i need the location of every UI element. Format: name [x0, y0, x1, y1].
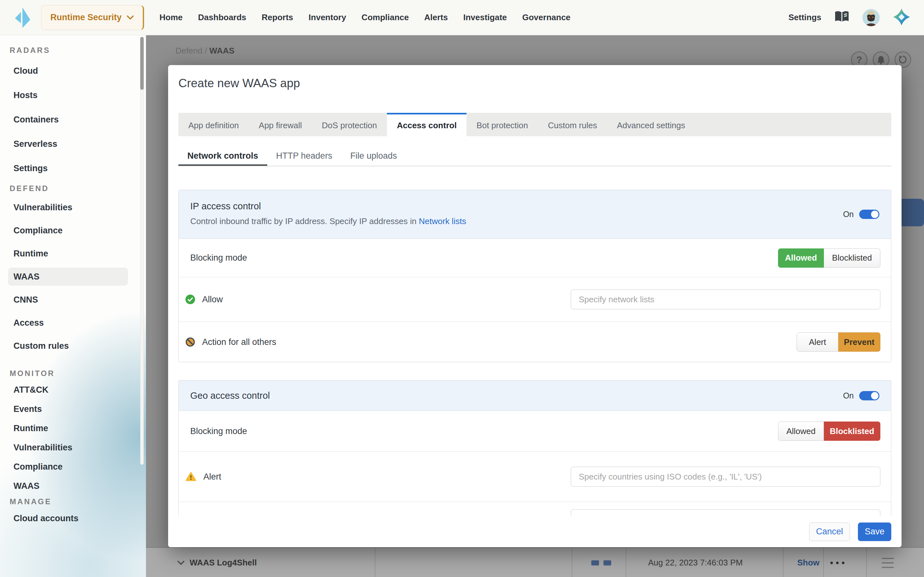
sidebar-item-cnns[interactable]: CNNS	[0, 288, 146, 311]
ip-allow-network-lists-input[interactable]	[571, 290, 880, 309]
ip-allow-row: Allow	[179, 277, 891, 322]
help-glyph: ?	[856, 54, 862, 65]
ip-blocking-mode-row: Blocking mode Allowed Blocklisted	[179, 239, 891, 277]
ip-card-header: IP access control Control inbound traffi…	[179, 190, 891, 239]
geo-blocking-mode-label: Blocking mode	[190, 426, 247, 436]
sidebar-section-label: MONITOR	[0, 369, 146, 378]
table-column-divider	[626, 548, 626, 577]
sidebar-item-access[interactable]: Access	[0, 311, 146, 334]
table-column-divider	[783, 548, 783, 577]
tab-app-firewall[interactable]: App firewall	[249, 113, 312, 136]
nav-item-investigate[interactable]: Investigate	[463, 13, 507, 23]
geo-mode-blocklisted-button[interactable]: Blocklisted	[824, 422, 880, 441]
sidebar-scrollbar-thumb[interactable]	[140, 37, 144, 90]
modal-tabs: App definition App firewall DoS protecti…	[178, 113, 891, 136]
modal-title: Create new WAAS app	[178, 77, 891, 90]
sidebar-item-compliance-monitor[interactable]: Compliance	[0, 457, 146, 476]
prohibited-icon	[186, 337, 195, 348]
docs-book-icon[interactable]	[834, 10, 850, 25]
sidebar-item-hosts[interactable]: Hosts	[0, 83, 146, 107]
sidebar-item-events[interactable]: Events	[0, 400, 146, 419]
ip-card-description: Control inbound traffic by IP address. S…	[190, 216, 879, 226]
tab-advanced-settings[interactable]: Advanced settings	[607, 113, 695, 136]
ip-action-prevent-button[interactable]: Prevent	[838, 332, 880, 351]
geo-mode-allowed-button[interactable]: Allowed	[778, 422, 824, 441]
sidebar-section-label: MANAGE	[0, 497, 146, 506]
tab-dos-protection[interactable]: DoS protection	[312, 113, 387, 136]
nav-item-inventory[interactable]: Inventory	[309, 13, 346, 23]
row-status-icons	[591, 548, 611, 577]
sidebar-item-settings[interactable]: Settings	[0, 156, 146, 181]
nav-item-governance[interactable]: Governance	[522, 13, 570, 23]
nav-item-settings[interactable]: Settings	[788, 13, 821, 23]
table-column-divider	[823, 548, 824, 577]
sidebar-item-custom-rules[interactable]: Custom rules	[0, 334, 146, 358]
sidebar-item-compliance[interactable]: Compliance	[0, 219, 146, 242]
geo-card-header: Geo access control On	[179, 380, 891, 411]
sidebar-item-cloud[interactable]: Cloud	[0, 59, 146, 83]
status-badge	[604, 560, 611, 566]
sidebar-item-waas-monitor[interactable]: WAAS	[0, 476, 146, 496]
sidebar-item-cloud-accounts[interactable]: Cloud accounts	[0, 509, 146, 528]
sidebar-item-runtime-monitor[interactable]: Runtime	[0, 419, 146, 438]
nav-item-compliance[interactable]: Compliance	[362, 13, 409, 23]
geo-blocking-mode-segment: Allowed Blocklisted	[778, 422, 880, 441]
sidebar-scrollbar-track[interactable]	[140, 37, 144, 465]
sidebar-item-vulnerabilities-monitor[interactable]: Vulnerabilities	[0, 438, 146, 457]
sidebar-item-attck[interactable]: ATT&CK	[0, 380, 146, 400]
tab-app-definition[interactable]: App definition	[178, 113, 249, 136]
subtab-file-uploads[interactable]: File uploads	[341, 146, 406, 166]
breadcrumb-parent[interactable]: Defend	[176, 46, 202, 55]
subtab-http-headers[interactable]: HTTP headers	[267, 146, 341, 166]
geo-alert-row: Alert	[179, 451, 891, 502]
status-badge	[591, 560, 599, 566]
sidebar: RADARS Cloud Hosts Containers Serverless…	[0, 35, 146, 577]
sidebar-item-serverless[interactable]: Serverless	[0, 132, 146, 156]
ip-card-title: IP access control	[190, 190, 879, 211]
ip-action-alert-button[interactable]: Alert	[796, 332, 838, 351]
geo-alert-label: Alert	[204, 472, 221, 482]
row-menu-icon	[882, 548, 894, 577]
geo-access-control-card: Geo access control On Blocking mode Allo…	[178, 380, 891, 517]
tab-custom-rules[interactable]: Custom rules	[538, 113, 607, 136]
geo-access-toggle[interactable]	[859, 391, 879, 400]
row-app-name: WAAS Log4Shell	[190, 548, 257, 577]
sidebar-section-manage: MANAGE Cloud accounts	[0, 497, 146, 528]
save-button[interactable]: Save	[858, 522, 891, 541]
ip-access-toggle[interactable]	[859, 210, 879, 219]
cancel-button[interactable]: Cancel	[809, 522, 850, 541]
nav-item-alerts[interactable]: Alerts	[424, 13, 448, 23]
subtab-network-controls[interactable]: Network controls	[178, 146, 267, 166]
row-show-link: Show	[797, 548, 819, 577]
ip-mode-blocklisted-button[interactable]: Blocklisted	[824, 248, 880, 268]
sidebar-item-vulnerabilities[interactable]: Vulnerabilities	[0, 196, 146, 219]
top-bar: Runtime Security Home Dashboards Reports…	[0, 0, 924, 35]
geo-alert-countries-input[interactable]	[571, 467, 880, 487]
app-logo-icon[interactable]	[13, 6, 31, 29]
breadcrumb-separator: /	[205, 46, 207, 55]
tab-bot-protection[interactable]: Bot protection	[467, 113, 538, 136]
prisma-cloud-logo-icon[interactable]	[893, 8, 911, 27]
modal-footer: Cancel Save	[168, 516, 901, 547]
sidebar-section-radars: RADARS Cloud Hosts Containers Serverless…	[0, 45, 146, 181]
sidebar-section-defend: DEFEND Vulnerabilities Compliance Runtim…	[0, 184, 146, 358]
nav-item-home[interactable]: Home	[160, 13, 183, 23]
chevron-down-icon	[127, 15, 134, 19]
nav-item-reports[interactable]: Reports	[262, 13, 293, 23]
user-avatar[interactable]	[863, 9, 880, 26]
sidebar-item-containers[interactable]: Containers	[0, 107, 146, 132]
sidebar-item-waas[interactable]: WAAS	[8, 268, 128, 285]
ip-blocking-mode-segment: Allowed Blocklisted	[778, 248, 880, 268]
network-lists-link[interactable]: Network lists	[419, 216, 466, 226]
background-table-row: WAAS Log4Shell Aug 22, 2023 7:46:03 PM S…	[146, 547, 924, 577]
ip-mode-allowed-button[interactable]: Allowed	[778, 248, 824, 268]
sidebar-item-runtime[interactable]: Runtime	[0, 242, 146, 265]
check-circle-icon	[186, 295, 195, 304]
nav-item-dashboards[interactable]: Dashboards	[198, 13, 246, 23]
tab-access-control[interactable]: Access control	[387, 113, 467, 136]
ip-blocking-mode-label: Blocking mode	[190, 253, 247, 263]
ip-toggle-state-label: On	[843, 210, 854, 219]
geo-card-title: Geo access control	[190, 390, 270, 401]
ip-toggle-group: On	[843, 190, 879, 239]
product-switcher[interactable]: Runtime Security	[41, 5, 144, 30]
